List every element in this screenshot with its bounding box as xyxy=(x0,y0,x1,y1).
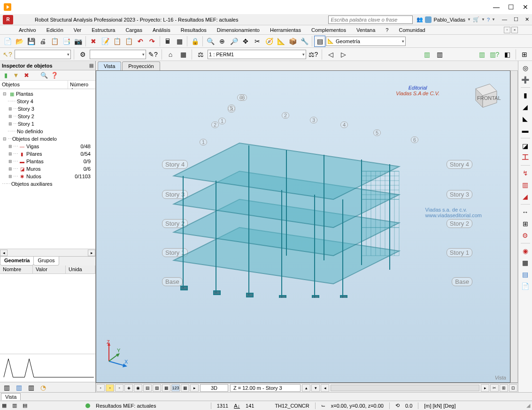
viewcube[interactable]: FRONTAL xyxy=(469,79,501,112)
measure-button[interactable]: 📐 xyxy=(275,36,286,47)
settings-button[interactable]: ⊞ xyxy=(519,49,530,60)
box-button[interactable]: 📦 xyxy=(287,36,298,47)
status-icon-2[interactable]: ▥ xyxy=(12,402,17,409)
outer-minimize-button[interactable]: — xyxy=(493,3,500,11)
rtb-load2[interactable]: ▥ xyxy=(520,180,531,190)
vp-btn[interactable]: ▦ xyxy=(162,384,170,392)
rtb-book2[interactable]: ◢ xyxy=(520,102,531,112)
tree-model-objects[interactable]: Objetos del modelo xyxy=(12,136,57,142)
loadcase-dropdown[interactable]: 1 : PERM1 ▾ xyxy=(208,50,306,59)
rtb-red[interactable]: ◉ xyxy=(520,246,531,256)
menu-cargas[interactable]: Cargas xyxy=(121,26,146,34)
user-dropdown-icon[interactable]: ▼ xyxy=(467,17,471,22)
vp-btn[interactable]: 123 xyxy=(171,384,180,392)
tree-filter-icon[interactable]: ▼ xyxy=(12,72,20,79)
hscroll-right[interactable]: ▸ xyxy=(88,250,95,256)
col-number[interactable]: Número d.. xyxy=(68,81,95,89)
mdi-close-button[interactable]: × xyxy=(511,27,518,33)
tree-search-icon[interactable]: 🔍 xyxy=(40,72,48,79)
menu-resultados[interactable]: Resultados xyxy=(176,26,211,34)
app-maximize-button[interactable]: ☐ xyxy=(514,16,518,23)
tree-vigas[interactable]: Vigas xyxy=(26,144,39,149)
rtb-dim3[interactable]: ⚙ xyxy=(520,230,531,241)
page-setup-button[interactable]: 📑 xyxy=(61,36,72,47)
user-area[interactable]: 👥 Pablo_Viadas ▼ 🛒 ▼ ? ▼ xyxy=(416,16,495,23)
loadcase-help-button[interactable]: ⚖? xyxy=(308,49,319,60)
status-icon-1[interactable]: ▦ xyxy=(2,402,7,409)
menu-ventana[interactable]: Ventana xyxy=(352,26,380,34)
bottom-tab-vista[interactable]: Vista xyxy=(1,393,21,400)
display-button-3[interactable]: ▥ xyxy=(476,49,487,60)
prop-col-unit[interactable]: Unida xyxy=(66,266,95,273)
app-minimize-button[interactable]: — xyxy=(502,16,507,23)
vp-btn[interactable]: ▫ xyxy=(96,384,105,392)
resize-grip-icon[interactable]: ◢ xyxy=(526,402,530,409)
menu-herramientas[interactable]: Herramientas xyxy=(265,26,306,34)
filter-button[interactable]: ⚙ xyxy=(77,49,88,60)
app-close-button[interactable]: ✕ xyxy=(525,16,529,23)
rtb-book1[interactable]: ▮ xyxy=(520,90,531,100)
vp-btn[interactable]: ▦ xyxy=(181,384,189,392)
viewport-3d[interactable]: Editorial Viadas S.A de C.V. Viadas s.a.… xyxy=(96,70,510,383)
delete-button[interactable]: ✖ xyxy=(88,36,99,47)
menu-ver[interactable]: Ver xyxy=(69,26,86,34)
save-button[interactable]: 💾 xyxy=(25,36,37,47)
display-button-2[interactable]: ▥ xyxy=(434,49,445,60)
undo-button[interactable]: ↶ xyxy=(135,36,146,47)
tree-pilares[interactable]: Pilares xyxy=(26,151,42,157)
vp-btn[interactable]: ▤ xyxy=(143,384,152,392)
vp-mode-field[interactable]: 3D xyxy=(200,384,228,392)
rtb-book3[interactable]: ◣ xyxy=(520,114,531,124)
rtb-dim2[interactable]: ⊞ xyxy=(520,219,531,229)
help-icon[interactable]: ? xyxy=(487,17,490,23)
filter-dropdown[interactable]: ▾ xyxy=(90,50,146,59)
tree-muros[interactable]: Muros xyxy=(26,166,41,172)
rtb-box[interactable]: ◪ xyxy=(520,141,531,151)
vp-up-button[interactable]: ▴ xyxy=(302,384,310,392)
select-cursor-button[interactable]: ↖? xyxy=(2,49,13,60)
hscroll-left[interactable]: ◂ xyxy=(0,250,8,256)
rtb-load1[interactable]: ↯ xyxy=(520,168,531,178)
rtb-note[interactable]: 📄 xyxy=(520,281,531,291)
tree-story2[interactable]: Story 2 xyxy=(18,114,34,119)
tree-plantas[interactable]: Plantas xyxy=(26,159,44,164)
tree-undefined[interactable]: No definido xyxy=(17,129,43,134)
tab-grupos[interactable]: Grupos xyxy=(33,257,59,266)
rtb-panel[interactable]: ▦ xyxy=(520,258,531,268)
play-icon[interactable] xyxy=(4,3,11,11)
axis-gizmo[interactable]: Z X Y xyxy=(102,340,130,368)
vp-hscrollbar[interactable] xyxy=(331,385,479,391)
zoom-extents-button[interactable]: ⊕ xyxy=(216,36,228,47)
rtb-section[interactable]: 工 xyxy=(520,152,531,163)
tree-help-icon[interactable]: ❓ xyxy=(51,72,58,79)
object-tree[interactable]: ⊟▦Plantas ⋯⋯Story 4 ⊞⋯Story 3 ⊞⋯Story 2 … xyxy=(0,89,95,249)
vp-btn[interactable]: ▫ xyxy=(115,384,123,392)
results-button[interactable]: ▦ xyxy=(174,36,185,47)
rtb-add[interactable]: ➕ xyxy=(520,75,531,85)
open-button[interactable]: 📂 xyxy=(14,36,25,47)
menu-help[interactable]: ? xyxy=(381,26,393,34)
tool-a-button[interactable]: 🔧 xyxy=(299,36,310,47)
rtb-load3[interactable]: ◢ xyxy=(520,191,531,202)
menu-edicion[interactable]: Edición xyxy=(42,26,68,34)
new-button[interactable]: 📄 xyxy=(2,36,13,47)
tab-vista[interactable]: Vista xyxy=(98,61,121,70)
cart-icon[interactable]: 🛒 xyxy=(473,16,479,23)
vp-snap2[interactable]: ⊞ xyxy=(500,384,508,392)
copy-button[interactable]: 📋 xyxy=(111,36,123,47)
zoom-previous-button[interactable]: 🔎 xyxy=(228,36,239,47)
cut-button[interactable]: ✂ xyxy=(252,36,263,47)
view-selector[interactable]: 📐 Geometría ▾ xyxy=(326,37,406,46)
vp-snap1[interactable]: ✂ xyxy=(490,384,499,392)
bt4[interactable]: ◔ xyxy=(38,382,49,393)
bt2[interactable]: ▥ xyxy=(13,382,24,393)
tab-geometria[interactable]: Geometría xyxy=(0,257,34,266)
vp-snap3[interactable]: ⊡ xyxy=(509,384,517,392)
loadcase-icon[interactable]: ⚖ xyxy=(195,49,206,60)
menu-dimensionamiento[interactable]: Dimensionamiento xyxy=(212,26,264,34)
menu-estructura[interactable]: Estructura xyxy=(87,26,120,34)
loadcase-next-button[interactable]: ▷ xyxy=(338,49,349,60)
menu-analisis[interactable]: Análisis xyxy=(148,26,175,34)
selection-set-dropdown[interactable]: ▾ xyxy=(15,50,71,59)
vp-btn[interactable]: ▸ xyxy=(190,384,199,392)
